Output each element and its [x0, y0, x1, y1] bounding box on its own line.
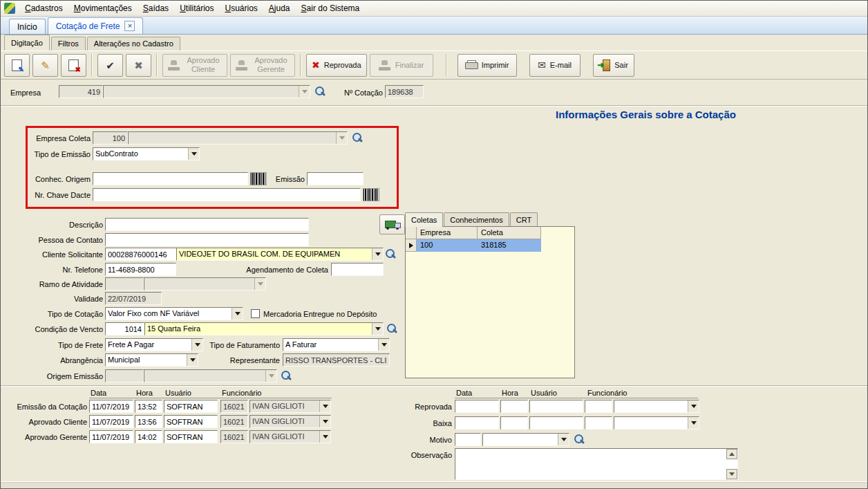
- baixa-func-code-field[interactable]: [585, 416, 612, 430]
- cliente-search-icon[interactable]: [385, 248, 396, 259]
- baixa-usuario-field[interactable]: [529, 416, 583, 430]
- new-record-button[interactable]: ✎: [4, 54, 30, 77]
- baixa-data-field[interactable]: [455, 416, 499, 430]
- cliente-combo[interactable]: VIDEOJET DO BRASIL COM. DE EQUIPAMEN: [176, 248, 384, 261]
- cancel-button[interactable]: ✖: [126, 54, 151, 77]
- cell-empresa: 100: [417, 239, 478, 252]
- tab-close-icon[interactable]: ×: [124, 21, 135, 31]
- condicao-codigo-field[interactable]: [105, 322, 144, 335]
- reprovada-func-combo[interactable]: [614, 400, 699, 413]
- empresa-coleta-combo[interactable]: [128, 131, 348, 145]
- reprovada-usuario-field[interactable]: [529, 400, 583, 413]
- audit-func-combo[interactable]: IVAN GIGLIOTI: [249, 400, 331, 413]
- emissao-field[interactable]: [307, 172, 364, 185]
- reprovada-hora-field[interactable]: [500, 400, 528, 413]
- cliente-combo-dropdown[interactable]: [372, 248, 383, 260]
- empresa-combo-dropdown[interactable]: [299, 86, 310, 98]
- column-header-empresa[interactable]: Empresa: [417, 227, 478, 239]
- tab-digitacao[interactable]: Digitação: [4, 35, 50, 50]
- baixa-func-combo-dropdown[interactable]: [688, 417, 699, 429]
- abrangencia-combo[interactable]: Municipal: [105, 353, 198, 367]
- cliente-codigo-field[interactable]: [105, 248, 176, 261]
- tipo-faturamento-combo-dropdown[interactable]: [378, 339, 389, 351]
- observacao-textarea[interactable]: [455, 448, 738, 480]
- tab-inicio-label: Início: [17, 22, 37, 32]
- scroll-down-button[interactable]: [726, 469, 737, 479]
- menu-cadastros[interactable]: Cadastros: [19, 1, 68, 16]
- condicao-combo-dropdown[interactable]: [372, 323, 383, 335]
- motivo-combo[interactable]: [482, 433, 569, 446]
- empresa-combo[interactable]: [103, 85, 310, 98]
- tab-filtros[interactable]: Filtros: [51, 37, 86, 50]
- condicao-search-icon[interactable]: [386, 323, 397, 334]
- origem-emissao-combo[interactable]: [144, 369, 277, 382]
- audit-func-combo-dropdown[interactable]: [319, 400, 330, 412]
- ramo-atividade-combo[interactable]: [144, 277, 266, 290]
- empresa-coleta-code-field[interactable]: [93, 131, 128, 145]
- empresa-coleta-search-icon[interactable]: [352, 132, 363, 143]
- abrangencia-combo-dropdown[interactable]: [187, 354, 198, 366]
- nr-telefone-field[interactable]: [105, 263, 176, 276]
- tipo-emissao-combo[interactable]: SubContrato: [93, 147, 200, 160]
- motivo-search-icon[interactable]: [574, 434, 585, 445]
- agendamento-field[interactable]: [331, 263, 384, 276]
- origem-emissao-combo-dropdown[interactable]: [265, 370, 276, 382]
- audit-func-combo[interactable]: IVAN GIGLIOTI: [249, 430, 331, 443]
- coleta-truck-button[interactable]: [379, 214, 405, 234]
- delete-button[interactable]: ✖: [61, 54, 86, 77]
- descricao-field[interactable]: [105, 218, 309, 231]
- tipo-faturamento-combo[interactable]: A Faturar: [283, 338, 390, 351]
- tab-conhecimentos[interactable]: Conhecimentos: [444, 212, 509, 226]
- email-button[interactable]: ✉ E-mail: [529, 54, 581, 77]
- motivo-combo-dropdown[interactable]: [558, 434, 569, 445]
- audit-func-combo[interactable]: IVAN GIGLIOTI: [249, 415, 331, 428]
- coletas-grid: Empresa Coleta 100 318185: [405, 226, 575, 378]
- tab-coletas[interactable]: Coletas: [405, 212, 443, 227]
- menu-usuarios[interactable]: Usuários: [219, 1, 263, 16]
- baixa-hora-field[interactable]: [500, 416, 528, 430]
- ramo-atividade-combo-dropdown[interactable]: [254, 278, 265, 290]
- tipo-frete-combo-dropdown[interactable]: [191, 339, 202, 351]
- tipo-cotacao-combo-dropdown[interactable]: [232, 308, 243, 320]
- tab-crt[interactable]: CRT: [510, 212, 538, 226]
- empresa-coleta-combo-dropdown[interactable]: [336, 132, 347, 144]
- tipo-cotacao-combo[interactable]: Valor Fixo com NF Variável: [105, 307, 243, 320]
- reprovada-data-field[interactable]: [455, 400, 499, 413]
- tab-alteracoes-no-cadastro[interactable]: Alterações no Cadastro: [87, 37, 180, 50]
- grid-row[interactable]: 100 318185: [406, 239, 574, 252]
- baixa-func-combo[interactable]: [614, 416, 699, 430]
- empresa-code-field[interactable]: [59, 85, 103, 98]
- motivo-code-field[interactable]: [455, 433, 481, 446]
- origem-emissao-search-icon[interactable]: [281, 370, 292, 381]
- tab-cotacao-de-frete[interactable]: Cotação de Frete ×: [48, 17, 144, 34]
- scroll-up-button[interactable]: [726, 449, 737, 459]
- pessoa-contato-field[interactable]: [105, 233, 309, 246]
- menu-utilitarios[interactable]: Utilitários: [174, 1, 219, 16]
- menu-movimentacoes[interactable]: Movimentações: [68, 1, 138, 16]
- aprovado-cliente-button[interactable]: Aprovado Cliente: [162, 54, 227, 77]
- column-header-coleta[interactable]: Coleta: [478, 227, 541, 239]
- conhec-origem-field[interactable]: [93, 172, 248, 185]
- reprovada-func-code-field[interactable]: [585, 400, 612, 413]
- aprovado-gerente-button[interactable]: Aprovado Gerente: [230, 54, 295, 77]
- finalizar-button[interactable]: Finalizar: [370, 54, 433, 77]
- empresa-search-icon[interactable]: [314, 86, 326, 97]
- tipo-emissao-combo-dropdown[interactable]: [188, 148, 199, 160]
- sair-button[interactable]: ➜ Sair: [593, 54, 634, 77]
- chave-dacte-field[interactable]: [93, 188, 361, 201]
- edit-button[interactable]: ✎: [32, 54, 58, 77]
- validade-field[interactable]: [105, 292, 162, 305]
- reprovada-func-combo-dropdown[interactable]: [688, 400, 699, 412]
- mercadoria-checkbox[interactable]: [251, 309, 260, 318]
- audit-func-combo-dropdown[interactable]: [319, 416, 330, 427]
- audit-func-combo-dropdown[interactable]: [319, 431, 330, 443]
- tab-inicio[interactable]: Início: [9, 19, 46, 34]
- imprimir-button[interactable]: Imprimir: [457, 54, 517, 77]
- condicao-combo[interactable]: 15 Quarta Feira: [144, 322, 384, 335]
- menu-ajuda[interactable]: Ajuda: [263, 1, 296, 16]
- menu-sair-do-sistema[interactable]: Sair do Sistema: [296, 1, 366, 16]
- reprovada-button[interactable]: ✖ Reprovada: [306, 54, 367, 77]
- confirm-button[interactable]: ✔: [97, 54, 123, 77]
- tipo-frete-combo[interactable]: Frete A Pagar: [105, 338, 203, 351]
- menu-saidas[interactable]: Saídas: [138, 1, 174, 16]
